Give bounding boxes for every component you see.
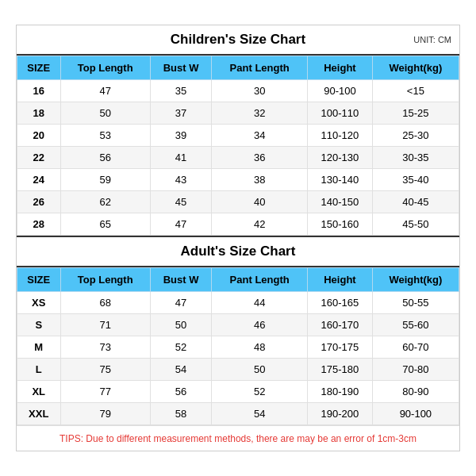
table-row: XXL795854190-20090-100 <box>17 403 459 425</box>
table-cell: 110-120 <box>308 125 373 147</box>
table-cell: 90-100 <box>372 403 459 425</box>
children-col-pant: Pant Length <box>212 56 308 80</box>
table-cell: 100-110 <box>308 102 373 125</box>
table-cell: 32 <box>212 102 308 125</box>
table-cell: <15 <box>372 80 459 102</box>
table-cell: 80-90 <box>372 381 459 403</box>
children-table-body: 1647353090-100<1518503732100-11015-25205… <box>17 80 459 236</box>
table-cell: 28 <box>17 213 61 236</box>
table-cell: 41 <box>150 147 211 169</box>
table-cell: 190-200 <box>308 403 373 425</box>
table-row: 24594338130-14035-40 <box>17 169 459 191</box>
adult-col-height: Height <box>308 268 373 292</box>
size-chart-wrapper: Children's Size Chart UNIT: CM SIZE Top … <box>16 25 460 451</box>
table-row: 26624540140-15040-45 <box>17 191 459 213</box>
table-cell: 140-150 <box>308 191 373 213</box>
table-row: XL775652180-19080-90 <box>17 381 459 403</box>
table-cell: 20 <box>17 125 61 147</box>
table-cell: 54 <box>212 403 308 425</box>
table-cell: 130-140 <box>308 169 373 191</box>
tips-row: TIPS: Due to different measurement metho… <box>17 425 459 451</box>
table-cell: 50 <box>150 314 211 336</box>
table-cell: 68 <box>60 292 150 314</box>
adult-table: SIZE Top Length Bust W Pant Length Heigh… <box>17 267 459 425</box>
table-cell: 60-70 <box>372 336 459 359</box>
table-row: 22564136120-13030-35 <box>17 147 459 169</box>
table-cell: 35 <box>150 80 211 102</box>
children-table-header: SIZE Top Length Bust W Pant Length Heigh… <box>17 56 459 80</box>
table-cell: 36 <box>212 147 308 169</box>
adult-col-weight: Weight(kg) <box>372 268 459 292</box>
table-cell: 56 <box>150 381 211 403</box>
table-cell: 18 <box>17 102 61 125</box>
table-cell: 46 <box>212 314 308 336</box>
table-row: M735248170-17560-70 <box>17 336 459 359</box>
children-chart-title: Children's Size Chart <box>171 32 305 48</box>
table-cell: 34 <box>212 125 308 147</box>
table-cell: 39 <box>150 125 211 147</box>
table-cell: 43 <box>150 169 211 191</box>
table-cell: M <box>17 336 61 359</box>
children-title-row: Children's Size Chart UNIT: CM <box>17 25 459 56</box>
adult-col-top-length: Top Length <box>60 268 150 292</box>
table-cell: 62 <box>60 191 150 213</box>
table-cell: 25-30 <box>372 125 459 147</box>
table-row: L755450175-18070-80 <box>17 359 459 381</box>
table-cell: 40-45 <box>372 191 459 213</box>
table-cell: 47 <box>150 213 211 236</box>
unit-label: UNIT: CM <box>413 35 451 44</box>
table-cell: 55-60 <box>372 314 459 336</box>
table-cell: 58 <box>150 403 211 425</box>
adult-col-size: SIZE <box>17 268 61 292</box>
table-cell: 70-80 <box>372 359 459 381</box>
table-cell: 30 <box>212 80 308 102</box>
table-cell: 48 <box>212 336 308 359</box>
table-cell: 77 <box>60 381 150 403</box>
table-row: XS684744160-16550-55 <box>17 292 459 314</box>
table-cell: 160-170 <box>308 314 373 336</box>
table-cell: 16 <box>17 80 61 102</box>
table-cell: 52 <box>212 381 308 403</box>
table-cell: 120-130 <box>308 147 373 169</box>
children-col-size: SIZE <box>17 56 61 80</box>
adult-col-bust: Bust W <box>150 268 211 292</box>
children-col-top-length: Top Length <box>60 56 150 80</box>
table-cell: 42 <box>212 213 308 236</box>
tips-text: TIPS: Due to different measurement metho… <box>60 433 416 444</box>
table-cell: 35-40 <box>372 169 459 191</box>
table-cell: 26 <box>17 191 61 213</box>
table-cell: L <box>17 359 61 381</box>
table-row: 1647353090-100<15 <box>17 80 459 102</box>
table-cell: 65 <box>60 213 150 236</box>
children-header-row: SIZE Top Length Bust W Pant Length Heigh… <box>17 56 459 80</box>
table-cell: 37 <box>150 102 211 125</box>
table-cell: S <box>17 314 61 336</box>
adult-header-row: SIZE Top Length Bust W Pant Length Heigh… <box>17 268 459 292</box>
table-cell: 170-175 <box>308 336 373 359</box>
table-cell: 180-190 <box>308 381 373 403</box>
table-cell: 47 <box>60 80 150 102</box>
children-col-weight: Weight(kg) <box>372 56 459 80</box>
adult-title-row: Adult's Size Chart <box>17 236 459 267</box>
children-table: SIZE Top Length Bust W Pant Length Heigh… <box>17 56 459 236</box>
table-cell: XXL <box>17 403 61 425</box>
table-cell: 15-25 <box>372 102 459 125</box>
table-cell: 75 <box>60 359 150 381</box>
adult-table-body: XS684744160-16550-55S715046160-17055-60M… <box>17 292 459 425</box>
table-row: S715046160-17055-60 <box>17 314 459 336</box>
table-cell: 53 <box>60 125 150 147</box>
table-cell: 79 <box>60 403 150 425</box>
table-row: 18503732100-11015-25 <box>17 102 459 125</box>
table-row: 28654742150-16045-50 <box>17 213 459 236</box>
table-cell: 50 <box>60 102 150 125</box>
table-cell: 160-165 <box>308 292 373 314</box>
table-cell: 90-100 <box>308 80 373 102</box>
table-cell: 54 <box>150 359 211 381</box>
table-cell: 50-55 <box>372 292 459 314</box>
children-col-bust: Bust W <box>150 56 211 80</box>
table-cell: 44 <box>212 292 308 314</box>
table-cell: 50 <box>212 359 308 381</box>
table-cell: XS <box>17 292 61 314</box>
table-cell: 73 <box>60 336 150 359</box>
table-cell: 30-35 <box>372 147 459 169</box>
